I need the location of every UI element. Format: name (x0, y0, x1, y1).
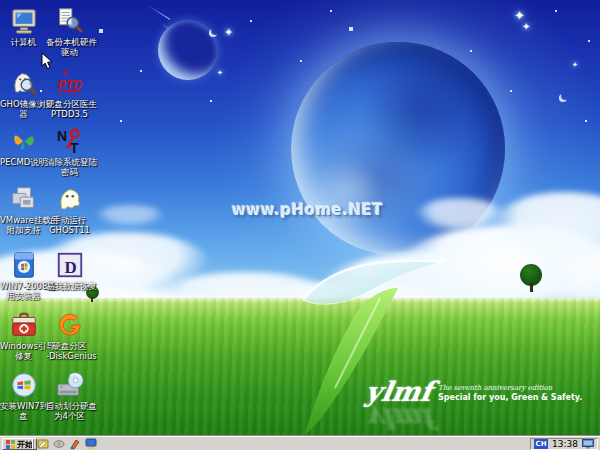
desktop-icon-auto-partition[interactable]: 自动划分硬盘 为4个区 (46, 370, 93, 421)
icon-label: PECMD说明 (0, 157, 47, 167)
star-icon: ✦ (217, 70, 223, 77)
butterfly-icon (9, 126, 39, 156)
crescent-moon (158, 20, 218, 80)
logo-tagline1: The seventh anniversary edition (438, 384, 552, 392)
tiny-crescent (559, 94, 567, 102)
icon-label: 安装WIN7到C 盘 (0, 401, 47, 421)
desktop-icon-data-recovery[interactable]: D 易我数据恢复 (46, 250, 93, 291)
ylmf-logo: ylmf The seventh anniversary edition Spe… (366, 378, 576, 422)
tree-trunk (91, 297, 93, 302)
watermark-text: www.pHome.NET (232, 201, 383, 219)
my-computer-icon (9, 6, 39, 36)
win7-box-icon (9, 250, 39, 280)
desktop-screen: ✦ ✦ ✦ ✦ ✦ (0, 0, 600, 450)
star-icon: ✦ (572, 62, 578, 69)
svg-text:PTD: PTD (57, 78, 82, 92)
icon-label: GHO镜像浏览 器 (0, 99, 47, 119)
star-icon: ✦ (522, 22, 530, 32)
icon-label: 手动运行 GHOST11 (46, 215, 93, 235)
ime-indicator[interactable]: CH (534, 439, 548, 449)
display-tray-icon[interactable] (582, 439, 594, 449)
desktop-icon-backup-drivers[interactable]: 备份本机硬件 驱动 (46, 6, 93, 57)
system-tray: CH 13:38 (530, 438, 598, 450)
tray-clock[interactable]: 13:38 (552, 439, 578, 449)
hard-disk-cd-icon (55, 370, 85, 400)
icon-label: 硬盘分区医生 PTDD3.5 (46, 99, 93, 119)
desktop-icon-clear-password[interactable]: N T 清除系统登陆 密码 (46, 126, 93, 177)
icon-label: 计算机 (0, 37, 47, 47)
icon-label: 硬盘分区 -DiskGenius (46, 341, 93, 361)
desktop-icon-ghost11[interactable]: 手动运行 GHOST11 (46, 184, 93, 235)
icon-label: WIN7-2008通 用安装器 (0, 281, 47, 301)
desktop-icon-diskgenius[interactable]: 硬盘分区 -DiskGenius (46, 310, 93, 361)
desktop-icon-ptdd[interactable]: PTD 硬盘分区医生 PTDD3.5 (46, 68, 93, 119)
logo-reflection: ylmf (366, 405, 432, 432)
document-search-icon (55, 6, 85, 36)
taskbar: 开始 CH 13:38 (0, 435, 600, 450)
ghost-icon (55, 184, 85, 214)
windows-orb-icon (9, 370, 39, 400)
quick-launch-grip[interactable] (32, 439, 34, 449)
mouse-cursor (41, 52, 53, 70)
icon-label: VMware挂载的 附加支持 (0, 215, 47, 235)
icon-label: 易我数据恢复 (46, 281, 93, 291)
windows-flag-icon (6, 440, 15, 449)
stars (0, 0, 2, 2)
ptdd-logo-icon: PTD (55, 68, 85, 98)
tree-trunk (530, 283, 533, 292)
icon-label: 清除系统登陆 密码 (46, 157, 93, 177)
nt-password-key-icon: N T (55, 126, 85, 156)
ghost-search-icon (9, 68, 39, 98)
start-button-label: 开始 (17, 439, 33, 450)
logo-tagline2: Special for you, Green & Safety. (438, 393, 582, 402)
my-computer-small-icon[interactable] (85, 438, 97, 450)
desktop-icon-gho-explorer[interactable]: GHO镜像浏览 器 (0, 68, 47, 119)
cd-drive-icon[interactable] (53, 438, 65, 450)
icon-label: Windows引导 修复 (0, 341, 47, 361)
show-desktop-icon[interactable] (37, 438, 49, 450)
vmware-boxes-icon (9, 184, 39, 214)
icon-label: 备份本机硬件 驱动 (46, 37, 93, 57)
desktop-icon-win7-installer[interactable]: WIN7-2008通 用安装器 (0, 250, 47, 301)
desktop-icon-my-computer[interactable]: 计算机 (0, 6, 47, 47)
desktop-icon-pecmd[interactable]: PECMD说明 (0, 126, 47, 167)
star-icon: ✦ (224, 27, 233, 38)
icon-label: 自动划分硬盘 为4个区 (46, 401, 93, 421)
svg-text:N: N (56, 128, 66, 144)
tiny-crescent (209, 29, 217, 37)
ylmf-logo-text: ylmf (364, 378, 435, 405)
desktop-icon-vmware[interactable]: VMware挂载的 附加支持 (0, 184, 47, 235)
first-aid-kit-icon (9, 310, 39, 340)
svg-text:D: D (64, 258, 76, 277)
d-logo-icon: D (55, 250, 85, 280)
desktop-icon-install-win7[interactable]: 安装WIN7到C 盘 (0, 370, 47, 421)
desktop-icon-boot-repair[interactable]: Windows引导 修复 (0, 310, 47, 361)
paint-brush-icon[interactable] (69, 438, 81, 450)
diskgenius-g-icon (55, 310, 85, 340)
